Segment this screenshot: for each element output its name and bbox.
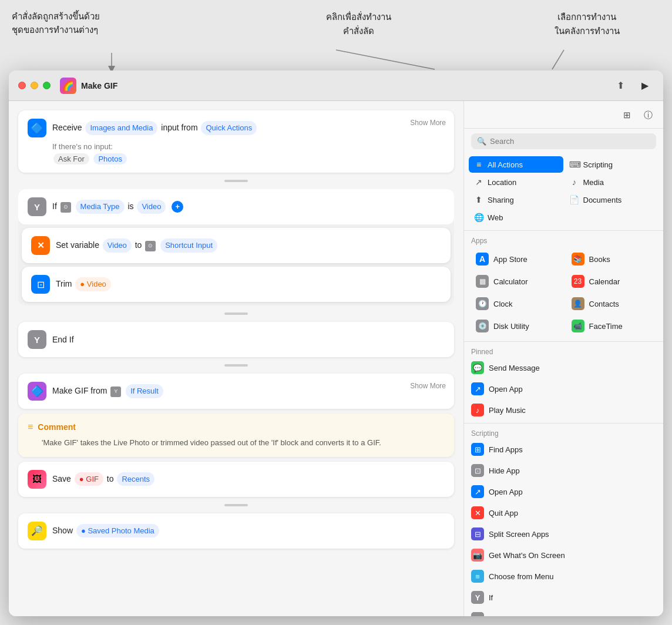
divider-2: [224, 312, 248, 315]
play-music-item[interactable]: ♪ Play Music: [464, 399, 663, 421]
split-screen-label: Split Screen Apps: [489, 530, 549, 539]
trim-action[interactable]: ⊡ Trim ● Video: [22, 267, 451, 302]
search-bar: 🔍: [471, 133, 656, 149]
end-if-icon: Y: [28, 330, 46, 349]
sidebar-divider-2: [464, 341, 663, 342]
if-scripting-item[interactable]: Y If: [464, 587, 663, 608]
calculator-label: Calculator: [493, 277, 528, 286]
annotation-right: เลือกการทำงาน ในคลังการทำงาน: [513, 7, 660, 38]
category-scripting[interactable]: ⌨ Scripting: [565, 156, 659, 173]
recents-token[interactable]: Recents: [117, 472, 154, 486]
shortcut-input-token[interactable]: Shortcut Input: [160, 238, 217, 253]
gif-token[interactable]: ● GIF: [75, 472, 103, 486]
sidebar-divider-1: [464, 230, 663, 231]
facetime-item[interactable]: 📹 FaceTime: [565, 315, 659, 337]
save-gif-content: Save ● GIF to Recents: [52, 472, 445, 486]
ask-for-token[interactable]: Ask For: [53, 153, 89, 164]
media-type-token[interactable]: Media Type: [76, 200, 125, 214]
open-app-item[interactable]: ↗ Open App: [464, 481, 663, 502]
if-result-token[interactable]: If Result: [126, 384, 163, 398]
apps-section-label: Apps: [464, 233, 663, 246]
annotation-middle: คลิกเพื่อสั่งทำงาน คำสั่งลัด: [270, 7, 446, 38]
find-apps-item[interactable]: ⊞ Find Apps: [464, 439, 663, 460]
video-trim-token[interactable]: ● Video: [75, 277, 110, 291]
shortcut-mini-icon: ⊙: [145, 241, 156, 251]
show-action[interactable]: 🔎 Show ● Saved Photo Media: [18, 513, 454, 549]
location-icon: ↗: [473, 177, 484, 187]
photos-token[interactable]: Photos: [93, 153, 126, 164]
disk-utility-item[interactable]: 💿 Disk Utility: [469, 315, 563, 337]
set-variable-action[interactable]: ✕ Set variable Video to ⊙ Shortcut Input: [22, 228, 451, 263]
close-button[interactable]: [18, 82, 26, 89]
add-condition-button[interactable]: +: [172, 201, 183, 213]
get-screen-item[interactable]: 📷 Get What's On Screen: [464, 545, 663, 566]
category-location[interactable]: ↗ Location: [469, 174, 563, 190]
images-media-token[interactable]: Images and Media: [85, 121, 157, 135]
repeat-item[interactable]: ↻ Repeat: [464, 608, 663, 616]
calculator-icon: ▦: [476, 275, 489, 288]
app-store-item[interactable]: A App Store: [469, 248, 563, 270]
category-grid: ≡ All Actions ⌨ Scripting ↗ Location ♪ M…: [464, 154, 663, 228]
sidebar-header-icons: ⊞ ⓘ: [619, 107, 656, 123]
add-to-sidebar-button[interactable]: ⊞: [619, 107, 635, 123]
quick-actions-token[interactable]: Quick Actions: [201, 121, 257, 135]
app-icon: 🌈: [60, 78, 76, 94]
disk-utility-icon: 💿: [476, 320, 489, 332]
if-no-input-label: If there's no input: Ask For Photos: [52, 142, 445, 164]
category-sharing[interactable]: ⬆ Sharing: [469, 191, 563, 208]
send-message-icon: 💬: [471, 361, 484, 374]
saved-photo-token[interactable]: ● Saved Photo Media: [76, 524, 159, 538]
search-icon: 🔍: [477, 137, 486, 146]
contacts-item[interactable]: 👤 Contacts: [565, 293, 659, 314]
make-gif-action[interactable]: 🔷 Make GIF from Y If Result Show More: [18, 374, 454, 409]
divider-3: [224, 364, 248, 367]
clock-item[interactable]: 🕐 Clock: [469, 293, 563, 314]
workflow-panel: 🔷 Receive Images and Media input from Qu…: [9, 101, 463, 616]
receive-action[interactable]: 🔷 Receive Images and Media input from Qu…: [18, 110, 454, 173]
calculator-item[interactable]: ▦ Calculator: [469, 271, 563, 292]
minimize-button[interactable]: [31, 82, 38, 89]
find-apps-icon: ⊞: [471, 443, 484, 456]
category-documents[interactable]: 📄 Documents: [565, 191, 659, 208]
sidebar-scroll: ≡ All Actions ⌨ Scripting ↗ Location ♪ M…: [464, 154, 663, 616]
search-input[interactable]: [490, 137, 650, 146]
hide-app-item[interactable]: ⊡ Hide App: [464, 460, 663, 481]
title-actions: ⬆ ▶: [611, 77, 654, 95]
choose-menu-label: Choose from Menu: [489, 572, 554, 581]
split-screen-item[interactable]: ⊟ Split Screen Apps: [464, 523, 663, 545]
comment-icon: ≡: [28, 422, 33, 432]
sidebar-panel: ⊞ ⓘ 🔍 ≡ All Actions ⌨: [463, 101, 663, 616]
maximize-button[interactable]: [43, 82, 51, 89]
send-message-item[interactable]: 💬 Send Message: [464, 357, 663, 378]
quit-app-item[interactable]: ✕ Quit App: [464, 502, 663, 523]
choose-menu-item[interactable]: ≡ Choose from Menu: [464, 566, 663, 587]
video-token-if[interactable]: Video: [137, 200, 166, 214]
if-header[interactable]: Y If ⊙ Media Type is Video +: [18, 189, 454, 224]
open-app-pinned-item[interactable]: ↗ Open App: [464, 378, 663, 399]
run-button[interactable]: ▶: [636, 77, 654, 95]
if-scripting-icon: Y: [471, 591, 484, 604]
make-gif-content: Make GIF from Y If Result: [52, 384, 445, 398]
category-media[interactable]: ♪ Media: [565, 174, 659, 190]
category-all-actions[interactable]: ≡ All Actions: [469, 156, 563, 173]
sidebar-divider-3: [464, 423, 663, 424]
documents-icon: 📄: [569, 195, 580, 204]
save-gif-action[interactable]: 🖼 Save ● GIF to Recents: [18, 462, 454, 497]
share-button[interactable]: ⬆: [611, 77, 629, 95]
location-label: Location: [488, 178, 516, 187]
documents-label: Documents: [583, 196, 622, 204]
get-screen-label: Get What's On Screen: [489, 551, 565, 560]
receive-show-more[interactable]: Show More: [410, 119, 446, 127]
comment-action[interactable]: ≡ Comment 'Make GIF' takes the Live Phot…: [18, 414, 454, 457]
category-web[interactable]: 🌐 Web: [469, 209, 563, 226]
contacts-label: Contacts: [589, 300, 619, 308]
make-gif-show-more[interactable]: Show More: [410, 382, 446, 390]
books-item[interactable]: 📚 Books: [565, 248, 659, 270]
info-button[interactable]: ⓘ: [640, 107, 656, 123]
video-var-token[interactable]: Video: [103, 238, 132, 253]
set-var-icon: ✕: [31, 236, 50, 255]
books-label: Books: [589, 255, 610, 264]
contacts-icon: 👤: [572, 297, 584, 310]
calendar-item[interactable]: 23 Calendar: [565, 271, 659, 292]
end-if-action[interactable]: Y End If: [18, 322, 454, 357]
